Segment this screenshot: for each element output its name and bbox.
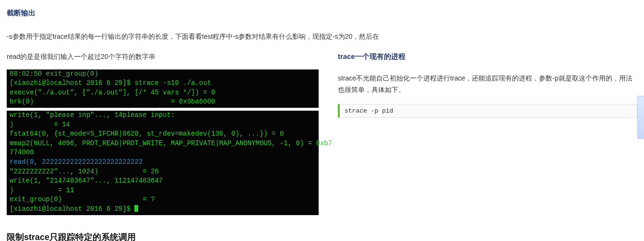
right-column: trace一个现有的进程 strace不光能自己初始化一个进程进行trace，还… (338, 51, 637, 122)
heading-limit-strace: 限制strace只跟踪特定的系统调用 (7, 231, 637, 241)
heading-truncate: 截断输出 (7, 9, 637, 18)
left-column: read的是是很我们输入一个超过20个字符的数字串 88:02:50 exit_… (7, 51, 319, 218)
terminal-block-2: write(1, "please inp"..., 14please input… (7, 111, 319, 215)
terminal-block-1: 88:02:50 exit_group(0) [xiaozhi@localhos… (7, 69, 319, 108)
scrollbar-stub[interactable] (637, 96, 644, 139)
paragraph-existing-process: strace不光能自己初始化一个进程进行trace，还能追踪现有的进程，参数-p… (338, 73, 637, 96)
code-strace-p: strace -p pid (338, 104, 637, 118)
paragraph-truncate-1: -s参数用于指定trace结果的每一行输出的字符串的长度，下面看看test程序中… (7, 31, 637, 43)
paragraph-truncate-2: read的是是很我们输入一个超过20个字符的数字串 (7, 51, 319, 63)
heading-existing-process: trace一个现有的进程 (338, 52, 637, 61)
